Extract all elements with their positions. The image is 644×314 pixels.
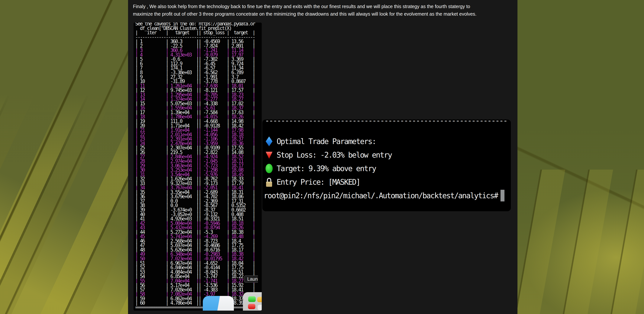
- terminal-line-text: Entry Price: [MASKED]: [276, 178, 360, 186]
- intro-line-1: Finaly , We also took help from the tech…: [133, 3, 512, 10]
- white-key-icon: [258, 305, 262, 310]
- launch-tooltip: Laun: [244, 276, 258, 282]
- blue-diamond-icon: [265, 136, 273, 146]
- finder-dock-icon[interactable]: [203, 296, 234, 310]
- building-photo-right: [518, 0, 644, 314]
- terminal-cursor[interactable]: [500, 190, 504, 202]
- launchpad-dock-icon[interactable]: [243, 292, 262, 310]
- backtest-table-terminal: See the caveats in the do: https://panda…: [134, 22, 262, 310]
- table-output: See the caveats in the do: https://panda…: [134, 22, 262, 310]
- red-triangle-down-icon: [265, 151, 273, 159]
- screenshot-root: Finaly , We also took help from the tech…: [0, 0, 644, 314]
- terminal-line: Optimal Trade Parameters:: [265, 134, 511, 148]
- shell-prompt: root@pin2:/nfs/pin2/michael/.Automation/…: [264, 191, 498, 200]
- result-lines: Optimal Trade Parameters:Stop Loss: -2.0…: [265, 134, 511, 189]
- terminal-line-text: Target: 9.39% above entry: [276, 164, 376, 173]
- red-key-icon: [248, 304, 255, 309]
- optimal-params-terminal: ----------------------------------------…: [262, 120, 511, 211]
- slide-panel: Finaly , We also took help from the tech…: [128, 0, 518, 314]
- terminal-line: Entry Price: [MASKED]: [265, 175, 511, 189]
- shell-prompt-line: root@pin2:/nfs/pin2/michael/.Automation/…: [264, 189, 511, 202]
- terminal-line: Stop Loss: -2.03% below entry: [265, 148, 511, 162]
- building-photo-left: [0, 0, 128, 314]
- yellow-key-icon: [257, 297, 262, 302]
- terminal-line-text: Stop Loss: -2.03% below entry: [276, 150, 392, 159]
- tooltip-label: Laun: [247, 276, 258, 282]
- lock-icon: [265, 177, 273, 187]
- separator-dashes: ----------------------------------------…: [265, 118, 511, 123]
- green-key-icon: [248, 296, 256, 302]
- terminal-line-text: Optimal Trade Parameters:: [276, 137, 376, 146]
- intro-line-2: maximize the profit out of other 3 three…: [133, 10, 512, 18]
- terminal-line: Target: 9.39% above entry: [265, 162, 511, 175]
- intro-paragraph: Finaly , We also took help from the tech…: [133, 3, 512, 18]
- green-circle-icon: [265, 164, 273, 174]
